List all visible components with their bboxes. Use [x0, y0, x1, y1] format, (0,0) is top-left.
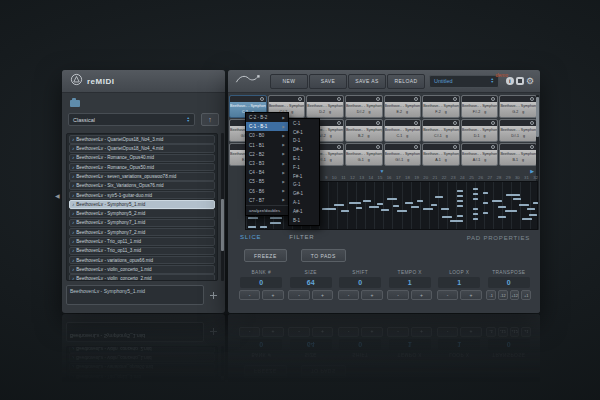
- loop-circle-icon[interactable]: [530, 97, 534, 101]
- drag-dots-icon[interactable]: [232, 121, 236, 125]
- tab-slice[interactable]: SLICE: [240, 234, 261, 240]
- drag-dots-icon[interactable]: [464, 97, 468, 101]
- drag-dots-icon[interactable]: [425, 145, 429, 149]
- keyboard-icon[interactable]: [516, 77, 524, 85]
- note-range-item[interactable]: C1 - B1▶: [246, 141, 288, 150]
- loop-circle-icon[interactable]: [337, 145, 341, 149]
- file-list-item[interactable]: ♪BeethovenLv - Symphony5_2.mid: [69, 209, 215, 218]
- stepper-plus[interactable]: +: [361, 290, 382, 300]
- file-list-item[interactable]: ♪BeethovenLv - QuartetOpus18_No4_4.mid: [69, 144, 215, 153]
- loop-circle-icon[interactable]: [337, 97, 341, 101]
- loop-circle-icon[interactable]: [491, 121, 495, 125]
- note-range-item[interactable]: C7 - B7▶: [246, 196, 288, 205]
- pad-G-2[interactable]: Beethove.. - Symphony5..G-2g: [499, 95, 537, 118]
- info-icon[interactable]: i: [506, 77, 514, 85]
- stepper-plus[interactable]: +: [262, 290, 283, 300]
- drag-dots-icon[interactable]: [232, 145, 236, 149]
- drag-dots-icon[interactable]: [348, 97, 352, 101]
- drag-dots-icon[interactable]: [387, 97, 391, 101]
- note-item-G#-1[interactable]: G#-1: [289, 189, 319, 198]
- pad-G#-1[interactable]: Beethove.. - Symphony5..G#-1g: [384, 143, 422, 166]
- pad-B-2[interactable]: Beethove.. - Symphony5..B-2g: [345, 119, 383, 142]
- loop-circle-icon[interactable]: [453, 121, 457, 125]
- note-range-item[interactable]: C-1 - B-1▶: [246, 122, 288, 131]
- scroll-thumb[interactable]: [221, 199, 224, 251]
- pad-A#-1[interactable]: Beethove.. - Symphony5..A#-1g: [461, 143, 499, 166]
- drag-dots-icon[interactable]: [464, 121, 468, 125]
- stepper-minus[interactable]: -: [338, 290, 359, 300]
- reload-button[interactable]: RELOAD: [387, 74, 425, 89]
- note-item-C-1[interactable]: C-1: [289, 119, 319, 128]
- drag-dots-icon[interactable]: [387, 121, 391, 125]
- tab-filter[interactable]: FILTER: [289, 234, 314, 240]
- note-item-D-1[interactable]: D-1: [289, 137, 319, 146]
- freeze-button[interactable]: FREEZE: [244, 249, 287, 262]
- drag-dots-icon[interactable]: [502, 121, 506, 125]
- pad-F#-2[interactable]: Beethove.. - Symphony5..F#-2g: [461, 95, 499, 118]
- stepper-plus[interactable]: +: [460, 290, 481, 300]
- loop-circle-icon[interactable]: [414, 121, 418, 125]
- stepper-minus[interactable]: -: [437, 290, 458, 300]
- pad-D#-2[interactable]: Beethove.. - Symphony5..D#-2g: [345, 95, 383, 118]
- note-item-F#-1[interactable]: F#-1: [289, 172, 319, 181]
- drag-handle-icon[interactable]: [210, 292, 217, 299]
- collapse-panel-arrow[interactable]: ◀: [55, 192, 60, 199]
- drag-dots-icon[interactable]: [348, 145, 352, 149]
- note-range-item[interactable]: C5 - B5▶: [246, 177, 288, 186]
- note-item-C#-1[interactable]: C#-1: [289, 128, 319, 137]
- pad-G-1[interactable]: Beethove.. - Symphony5..G-1g: [345, 143, 383, 166]
- file-list-item[interactable]: ♪BeethovenLv - violin_concerto_2.mid: [69, 274, 215, 281]
- pad-D-2[interactable]: Beethove.. - Symphony5..D-2g: [306, 95, 344, 118]
- file-list-item[interactable]: ♪BeethovenLv - Romance_Opus40.mid: [69, 154, 215, 163]
- gear-icon[interactable]: ⚙: [526, 77, 534, 85]
- note-item-A-1[interactable]: A-1: [289, 198, 319, 207]
- analyze-doubles-item[interactable]: analyze/doubles: [246, 205, 288, 215]
- folder-up-button[interactable]: ↑: [201, 113, 219, 126]
- spinner-icon[interactable]: ▲▼: [187, 117, 190, 123]
- pad-F-2[interactable]: Beethove.. - Symphony5..F-2g: [422, 95, 460, 118]
- stepper-minus[interactable]: -: [387, 290, 408, 300]
- drag-dots-icon[interactable]: [464, 145, 468, 149]
- loop-circle-icon[interactable]: [491, 145, 495, 149]
- note-item-B-1[interactable]: B-1: [289, 216, 319, 225]
- file-list-scrollbar[interactable]: [221, 133, 224, 281]
- pad-B-1[interactable]: Beethove.. - Symphony5..B-1g: [499, 143, 537, 166]
- file-list-item[interactable]: ♪BeethovenLv - Romance_Opus50.mid: [69, 163, 215, 172]
- file-list-item[interactable]: ♪BeethovenLv - Six_Variations_Opus76.mid: [69, 181, 215, 190]
- note-range-item[interactable]: C2 - B2▶: [246, 150, 288, 159]
- loop-circle-icon[interactable]: [376, 97, 380, 101]
- file-list-item[interactable]: ♪BeethovenLv - Symphony7_2.mid: [69, 228, 215, 237]
- transpose-button-plus12[interactable]: +12: [510, 290, 520, 300]
- pad-D#-1[interactable]: Beethove.. - Symphony5..D#-1g: [499, 119, 537, 142]
- to-pads-button[interactable]: TO PADS: [301, 249, 346, 262]
- drag-dots-icon[interactable]: [425, 121, 429, 125]
- preset-select[interactable]: Untitled ▲▼: [429, 75, 499, 88]
- loop-circle-icon[interactable]: [260, 97, 264, 101]
- transpose-button-minus12[interactable]: -12: [498, 290, 508, 300]
- drag-dots-icon[interactable]: [271, 97, 275, 101]
- note-range-item[interactable]: C3 - B3▶: [246, 159, 288, 168]
- preset-spinner-icon[interactable]: ▲▼: [491, 78, 494, 84]
- note-range-item[interactable]: C4 - B4▶: [246, 168, 288, 177]
- note-range-item[interactable]: C-2 - B-2▶: [246, 113, 288, 122]
- loop-circle-icon[interactable]: [337, 121, 341, 125]
- drag-dots-icon[interactable]: [309, 97, 313, 101]
- category-select[interactable]: Classical ▲▼: [68, 113, 195, 126]
- file-list-item[interactable]: ♪BeethovenLv - violin_concerto_1.mid: [69, 265, 215, 274]
- new-button[interactable]: NEW: [270, 74, 308, 89]
- pad-C#-1[interactable]: Beethove.. - Symphony5..C#-1g: [422, 119, 460, 142]
- stepper-minus[interactable]: -: [239, 290, 260, 300]
- drag-dots-icon[interactable]: [387, 145, 391, 149]
- file-list-item[interactable]: ♪BeethovenLv - seven_variations_opuswoo7…: [69, 172, 215, 181]
- note-item-D#-1[interactable]: D#-1: [289, 145, 319, 154]
- loop-circle-icon[interactable]: [298, 97, 302, 101]
- pad-C-1[interactable]: Beethove.. - Symphony5..C-1g: [384, 119, 422, 142]
- drag-dots-icon[interactable]: [232, 97, 236, 101]
- loop-circle-icon[interactable]: [453, 97, 457, 101]
- loop-circle-icon[interactable]: [414, 97, 418, 101]
- note-item-G-1[interactable]: G-1: [289, 181, 319, 190]
- transpose-button-plus1[interactable]: +1: [521, 290, 531, 300]
- drag-dots-icon[interactable]: [502, 145, 506, 149]
- loop-circle-icon[interactable]: [376, 145, 380, 149]
- note-range-item[interactable]: C6 - B6▶: [246, 187, 288, 196]
